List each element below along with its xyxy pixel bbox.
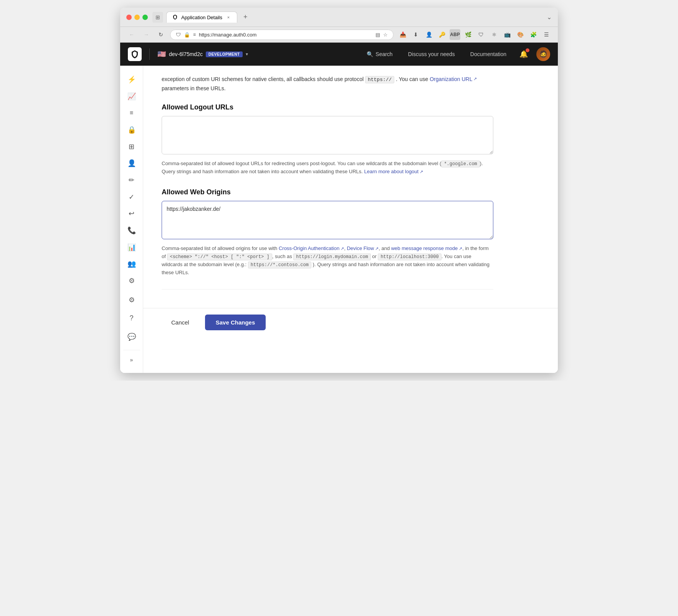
browser-titlebar: ⊞ Application Details × + ⌄ (120, 8, 558, 27)
phone-icon: 📞 (127, 226, 136, 235)
tenant-selector[interactable]: 🇺🇸 dev-6l75md2c DEVELOPMENT ▾ (157, 50, 248, 58)
form-example-code: <scheme> "://" <host> [ ":" <port> ] (167, 253, 272, 260)
organization-url-link[interactable]: Organization URL ↗ (430, 75, 477, 83)
sidebar-item-edit[interactable]: ✏ (123, 172, 140, 188)
allowed-web-origins-input[interactable]: https://jakobzanker.de/ (162, 201, 493, 239)
external-link-icon3: ↗ (341, 245, 344, 252)
add-user-icon: 👥 (127, 260, 136, 268)
password-icon[interactable]: 🔑 (437, 29, 447, 40)
profile-icon[interactable]: 👤 (423, 29, 434, 40)
allowed-logout-urls-help: Comma-separated list of allowed logout U… (162, 160, 493, 176)
address-bar[interactable]: 🛡 🔒 ≡ https://manage.auth0.com ▤ ☆ (170, 30, 394, 40)
window-icon: ⊞ (152, 12, 163, 23)
fullscreen-button[interactable] (142, 15, 148, 20)
sidebar-item-activity[interactable]: ⚡ (123, 72, 140, 87)
tenant-flag: 🇺🇸 (157, 50, 166, 58)
users-icon: 👤 (127, 159, 136, 167)
browser-toolbar: 📥 ⬇ 👤 🔑 ABP 🌿 🛡 ⚛ 📺 🎨 🧩 ☰ (397, 29, 552, 40)
flow-icon: ↩ (129, 209, 134, 218)
sidebar-item-grid[interactable]: ⊞ (123, 139, 140, 154)
intro-text: exception of custom URI schemes for nati… (162, 75, 493, 93)
sidebar-item-settings[interactable]: ⚙ (123, 291, 140, 308)
user-avatar[interactable]: 🧔 (536, 47, 550, 61)
ext4-icon[interactable]: 📺 (502, 29, 513, 40)
expand-icon: » (130, 357, 133, 363)
allowed-web-origins-help: Comma-separated list of allowed origins … (162, 245, 493, 277)
new-tab-button[interactable]: + (240, 13, 251, 21)
refresh-button[interactable]: ↻ (155, 29, 166, 40)
search-icon: 🔍 (367, 51, 373, 57)
web-message-link[interactable]: web message response mode ↗ (391, 245, 462, 253)
address-text: https://manage.auth0.com (199, 32, 372, 38)
security-icon: 🛡 (176, 32, 181, 38)
search-button[interactable]: 🔍 Search (362, 49, 397, 60)
activity-icon: ⚡ (127, 75, 136, 84)
localhost-example-code: http://localhost:3000 (378, 253, 441, 260)
app-container: 🇺🇸 dev-6l75md2c DEVELOPMENT ▾ 🔍 Search D… (120, 43, 558, 373)
ext6-icon[interactable]: 🧩 (528, 29, 539, 40)
sidebar-item-help[interactable]: ? (123, 310, 140, 327)
section-divider (162, 289, 493, 290)
tenant-chevron-icon: ▾ (246, 51, 248, 57)
sidebar-item-flow[interactable]: ↩ (123, 206, 140, 222)
external-link-icon2: ↗ (420, 169, 423, 176)
bookmark-icon[interactable]: ☆ (383, 32, 388, 38)
external-link-icon: ↗ (473, 76, 477, 83)
sidebar-item-chat[interactable]: 💬 (123, 328, 140, 345)
ext5-icon[interactable]: 🎨 (515, 29, 526, 40)
tab-overflow-button[interactable]: ⌄ (547, 13, 552, 21)
tune-icon: ≡ (193, 32, 196, 37)
sidebar-item-phone[interactable]: 📞 (123, 223, 140, 238)
help-icon: ? (129, 314, 133, 322)
allowed-web-origins-title: Allowed Web Origins (162, 188, 493, 196)
tab-close-button[interactable]: × (225, 14, 232, 20)
forward-button[interactable]: → (141, 29, 152, 40)
browser-tabs: ⊞ Application Details × + ⌄ (152, 12, 552, 23)
active-tab[interactable]: Application Details × (166, 12, 237, 23)
discuss-needs-link[interactable]: Discuss your needs (403, 49, 460, 60)
app-topnav: 🇺🇸 dev-6l75md2c DEVELOPMENT ▾ 🔍 Search D… (120, 43, 558, 66)
documentation-link[interactable]: Documentation (466, 49, 511, 60)
lock-icon: 🔒 (127, 126, 136, 134)
back-button[interactable]: ← (126, 29, 137, 40)
ext3-icon[interactable]: ⚛ (489, 29, 499, 40)
sidebar-item-security[interactable]: 🔒 (123, 122, 140, 137)
save-changes-button[interactable]: Save Changes (205, 315, 266, 330)
footer-bar: Cancel Save Changes (143, 308, 558, 336)
menu-button[interactable]: ☰ (541, 29, 552, 40)
allowed-logout-urls-input[interactable] (162, 116, 493, 154)
cancel-button[interactable]: Cancel (162, 315, 199, 330)
sidebar-item-users[interactable]: 👤 (123, 156, 140, 171)
sidebar-item-integrations[interactable]: ⚙ (123, 273, 140, 288)
wildcard-contoso-code: https://*.contoso.com (248, 262, 311, 268)
close-button[interactable] (126, 15, 132, 20)
address-action-icons: ▤ ☆ (375, 32, 388, 38)
device-flow-link[interactable]: Device Flow ↗ (347, 245, 379, 253)
allowed-logout-urls-section: Allowed Logout URLs Comma-separated list… (162, 103, 493, 176)
edit-icon: ✏ (129, 176, 134, 184)
pocket-icon[interactable]: 📥 (397, 29, 408, 40)
sidebar-item-check[interactable]: ✓ (123, 189, 140, 205)
sidebar-item-stats[interactable]: 📊 (123, 240, 140, 255)
sidebar-item-add-user[interactable]: 👥 (123, 257, 140, 272)
reading-mode-icon[interactable]: ▤ (375, 32, 380, 38)
sidebar-expand-button[interactable]: » (123, 350, 140, 367)
tenant-name: dev-6l75md2c (169, 51, 203, 57)
analytics-icon: 📈 (127, 92, 136, 101)
download-icon[interactable]: ⬇ (410, 29, 421, 40)
notifications-button[interactable]: 🔔 (517, 48, 530, 61)
chat-icon: 💬 (127, 333, 136, 341)
layers-icon: ≡ (130, 109, 133, 116)
sidebar-item-layers[interactable]: ≡ (123, 105, 140, 121)
browser-addressbar: ← → ↻ 🛡 🔒 ≡ https://manage.auth0.com ▤ ☆… (120, 27, 558, 43)
traffic-lights (126, 15, 148, 20)
minimize-button[interactable] (134, 15, 140, 20)
adblock-icon[interactable]: ABP (450, 29, 460, 40)
app-logo (128, 47, 142, 61)
sidebar-item-analytics[interactable]: 📈 (123, 89, 140, 104)
ext1-icon[interactable]: 🌿 (463, 29, 473, 40)
cross-origin-auth-link[interactable]: Cross-Origin Authentication ↗ (279, 245, 344, 253)
tenant-badge: DEVELOPMENT (206, 51, 243, 57)
learn-more-logout-link[interactable]: Learn more about logout ↗ (364, 168, 423, 176)
ext2-icon[interactable]: 🛡 (476, 29, 486, 40)
